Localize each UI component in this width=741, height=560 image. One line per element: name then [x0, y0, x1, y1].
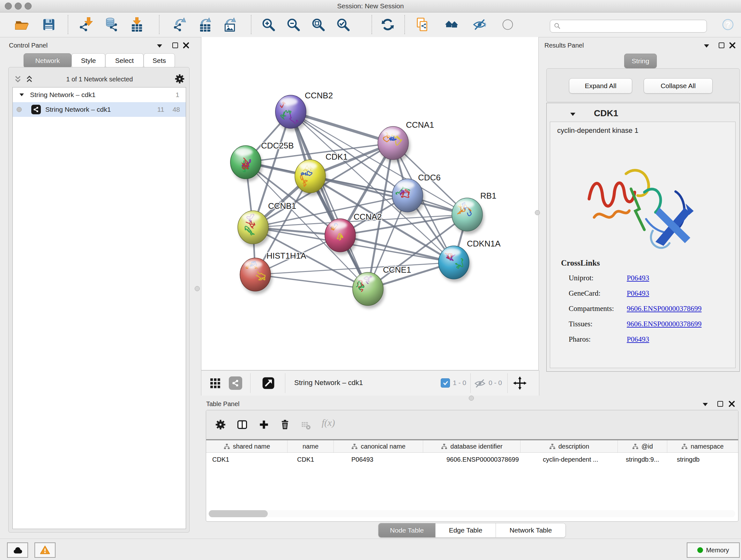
panel-menu-icon[interactable] — [157, 44, 162, 48]
network-edge-CCNA2-CDKN1A[interactable] — [340, 235, 454, 262]
tab-network-table[interactable]: Network Table — [496, 523, 565, 537]
tab-edge-table[interactable]: Edge Table — [435, 523, 496, 537]
network-node-CCNB1[interactable]: CCNB1 — [238, 201, 296, 247]
tab-style[interactable]: Style — [71, 53, 105, 68]
detach-view-icon[interactable] — [261, 376, 275, 390]
cell-shared-name[interactable]: CDK1 — [212, 456, 229, 463]
panel-float-icon[interactable] — [719, 43, 724, 48]
warnings-button[interactable] — [35, 543, 56, 558]
cell-id[interactable]: stringdb:9... — [626, 456, 659, 463]
hierarchy-icon — [549, 443, 556, 450]
memory-button[interactable]: Memory — [687, 543, 740, 558]
cell-database-identifier[interactable]: 9606.ENSP00000378699 — [447, 456, 519, 463]
panel-float-icon[interactable] — [172, 43, 178, 48]
column-header-namespace[interactable]: namespace — [667, 440, 738, 452]
panel-close-icon[interactable] — [728, 400, 735, 408]
zoom-in-icon[interactable] — [261, 17, 276, 32]
table-options-gear-icon[interactable] — [214, 419, 226, 431]
collapse-all-button[interactable]: Collapse All — [644, 78, 713, 94]
expand-all-button[interactable]: Expand All — [569, 78, 632, 94]
crosslink-label: GeneCard: — [569, 289, 601, 298]
clone-network-icon[interactable] — [415, 17, 430, 32]
expand-all-networks-icon[interactable] — [24, 74, 34, 84]
export-network-icon[interactable] — [173, 17, 188, 32]
zoom-out-icon[interactable] — [286, 17, 300, 32]
crosslink-genecard-link[interactable]: P06493 — [627, 289, 649, 298]
pan-crosshair-icon[interactable] — [513, 376, 527, 390]
cell-description[interactable]: cyclin-dependent ... — [543, 456, 598, 463]
network-node-CCNE1[interactable]: CCNE1 — [353, 265, 411, 308]
save-session-icon[interactable] — [42, 17, 56, 32]
network-canvas[interactable]: CCNB2CCNA1CDC25BCDK1CDC6RB1CCNB1CCNA2CDK… — [201, 37, 539, 370]
network-node-CDC6[interactable]: CDC6 — [392, 173, 441, 215]
import-network-database-icon[interactable] — [104, 17, 119, 32]
grid-view-icon[interactable] — [208, 376, 222, 390]
network-node-CDK1[interactable]: CDK1 — [295, 152, 347, 196]
tab-select[interactable]: Select — [105, 53, 144, 68]
zoom-fit-icon[interactable] — [311, 17, 326, 32]
cell-namespace[interactable]: stringdb — [677, 456, 699, 463]
column-header-database-identifier[interactable]: database identifier — [423, 440, 521, 452]
crosslink-uniprot-link[interactable]: P06493 — [627, 274, 649, 282]
show-columns-icon[interactable] — [236, 419, 248, 431]
network-edge-CCNB2-CCNE1[interactable] — [291, 112, 368, 289]
add-column-icon[interactable] — [258, 419, 270, 431]
selected-indicator-checkbox[interactable] — [441, 378, 450, 388]
import-table-file-icon[interactable] — [130, 17, 144, 32]
help-icon[interactable] — [721, 17, 735, 32]
show-hide-graphics-icon[interactable] — [472, 17, 487, 32]
network-node-CDKN1A[interactable]: CDKN1A — [438, 239, 501, 282]
open-session-icon[interactable] — [15, 17, 29, 32]
tab-network[interactable]: Network — [23, 53, 71, 68]
right-splitter-handle[interactable] — [535, 210, 540, 215]
network-row-selected[interactable]: String Network – cdk1 11 48 — [13, 102, 186, 117]
check-icon — [443, 380, 448, 386]
column-header-name[interactable]: name — [287, 440, 334, 452]
search-box[interactable] — [550, 20, 707, 33]
search-input[interactable] — [562, 22, 706, 30]
panel-menu-icon[interactable] — [704, 44, 709, 48]
delete-column-icon[interactable] — [279, 419, 291, 431]
network-node-count: 11 — [157, 106, 164, 113]
crosslink-tissues-link[interactable]: 9606.ENSP00000378699 — [627, 320, 702, 328]
column-header-shared-name[interactable]: shared name — [206, 440, 287, 452]
collection-expander-icon[interactable] — [19, 94, 24, 97]
first-neighbors-icon[interactable] — [444, 17, 459, 32]
panel-menu-icon[interactable] — [703, 403, 708, 406]
column-header-canonical-name[interactable]: canonical name — [334, 440, 423, 452]
network-node-CCNA1[interactable]: CCNA1 — [378, 120, 434, 163]
export-image-icon[interactable] — [223, 17, 238, 32]
cell-canonical-name[interactable]: P06493 — [351, 456, 374, 463]
update-network-icon[interactable] — [381, 17, 395, 32]
network-options-gear-icon[interactable] — [174, 73, 185, 84]
entry-expander-icon[interactable] — [570, 113, 576, 116]
zoom-selected-icon[interactable] — [336, 17, 350, 32]
hidden-eye-slash-icon[interactable] — [474, 377, 486, 389]
tab-node-table[interactable]: Node Table — [379, 523, 435, 537]
cloud-button[interactable] — [7, 543, 28, 558]
panel-float-icon[interactable] — [718, 401, 723, 407]
tab-string-results[interactable]: String — [624, 54, 657, 68]
toolbar-separator — [159, 15, 159, 34]
network-collection-row[interactable]: String Network – cdk1 1 — [13, 87, 186, 102]
entry-detail-box: cyclin-dependent kinase 1 CrossLinks — [550, 122, 736, 368]
column-header-id[interactable]: @id — [618, 440, 667, 452]
cell-name[interactable]: CDK1 — [297, 456, 314, 463]
collapse-all-networks-icon[interactable] — [13, 74, 23, 84]
panel-close-icon[interactable] — [183, 42, 190, 49]
tab-sets[interactable]: Sets — [144, 53, 175, 68]
left-splitter-handle[interactable] — [195, 286, 200, 291]
network-badge-icon[interactable] — [229, 376, 242, 390]
node-label: CDC6 — [418, 173, 441, 182]
export-table-icon[interactable] — [198, 17, 212, 32]
crosslink-pharos-link[interactable]: P06493 — [627, 335, 649, 344]
panel-close-icon[interactable] — [729, 42, 736, 49]
column-header-description[interactable]: description — [521, 440, 618, 452]
network-node-RB1[interactable]: RB1 — [449, 191, 496, 234]
toolbar-separator — [372, 15, 372, 34]
table-horizontal-scrollbar[interactable] — [209, 510, 735, 517]
network-node-CCNB2[interactable]: CCNB2 — [275, 91, 333, 131]
crosslink-compartments-link[interactable]: 9606.ENSP00000378699 — [627, 305, 702, 313]
import-network-file-icon[interactable] — [79, 17, 94, 32]
scrollbar-thumb[interactable] — [209, 510, 268, 517]
